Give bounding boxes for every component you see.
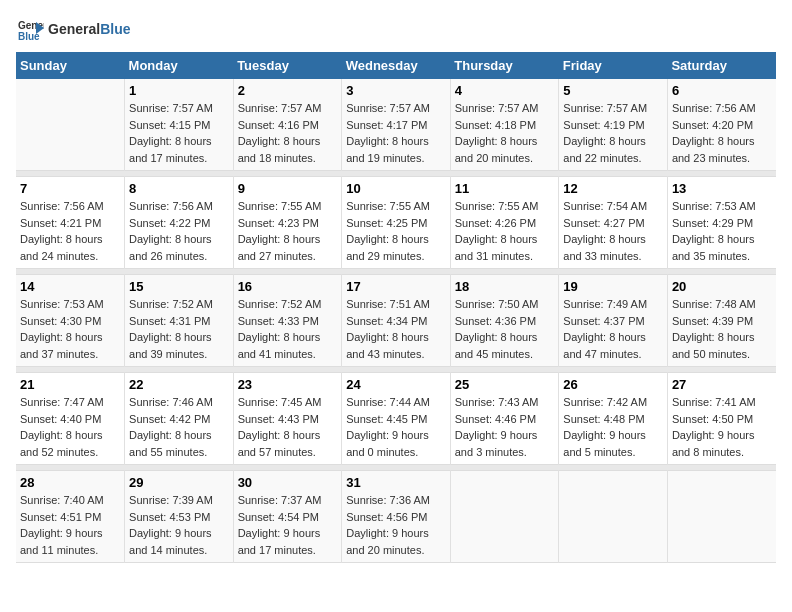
col-header-friday: Friday [559, 52, 668, 79]
day-number: 17 [346, 279, 446, 294]
day-number: 7 [20, 181, 120, 196]
calendar-cell: 19Sunrise: 7:49 AMSunset: 4:37 PMDayligh… [559, 275, 668, 367]
day-info: Sunrise: 7:55 AMSunset: 4:23 PMDaylight:… [238, 198, 338, 264]
week-row-1: 1Sunrise: 7:57 AMSunset: 4:15 PMDaylight… [16, 79, 776, 171]
day-info: Sunrise: 7:39 AMSunset: 4:53 PMDaylight:… [129, 492, 229, 558]
calendar-cell: 30Sunrise: 7:37 AMSunset: 4:54 PMDayligh… [233, 471, 342, 563]
day-info: Sunrise: 7:57 AMSunset: 4:19 PMDaylight:… [563, 100, 663, 166]
day-number: 10 [346, 181, 446, 196]
day-number: 26 [563, 377, 663, 392]
day-info: Sunrise: 7:50 AMSunset: 4:36 PMDaylight:… [455, 296, 555, 362]
calendar-cell: 6Sunrise: 7:56 AMSunset: 4:20 PMDaylight… [667, 79, 776, 171]
logo-general-text: General [48, 21, 100, 37]
day-info: Sunrise: 7:51 AMSunset: 4:34 PMDaylight:… [346, 296, 446, 362]
day-number: 13 [672, 181, 772, 196]
calendar-cell [667, 471, 776, 563]
calendar-cell: 8Sunrise: 7:56 AMSunset: 4:22 PMDaylight… [125, 177, 234, 269]
day-number: 9 [238, 181, 338, 196]
page-header: General Blue GeneralBlue [16, 16, 776, 44]
week-row-5: 28Sunrise: 7:40 AMSunset: 4:51 PMDayligh… [16, 471, 776, 563]
day-number: 12 [563, 181, 663, 196]
day-number: 3 [346, 83, 446, 98]
calendar-cell: 1Sunrise: 7:57 AMSunset: 4:15 PMDaylight… [125, 79, 234, 171]
calendar-cell: 16Sunrise: 7:52 AMSunset: 4:33 PMDayligh… [233, 275, 342, 367]
col-header-tuesday: Tuesday [233, 52, 342, 79]
day-number: 29 [129, 475, 229, 490]
calendar-cell: 17Sunrise: 7:51 AMSunset: 4:34 PMDayligh… [342, 275, 451, 367]
calendar-table: SundayMondayTuesdayWednesdayThursdayFrid… [16, 52, 776, 563]
day-number: 28 [20, 475, 120, 490]
calendar-cell [16, 79, 125, 171]
day-number: 8 [129, 181, 229, 196]
calendar-cell: 21Sunrise: 7:47 AMSunset: 4:40 PMDayligh… [16, 373, 125, 465]
day-number: 6 [672, 83, 772, 98]
logo-blue-text: Blue [100, 21, 130, 37]
day-info: Sunrise: 7:56 AMSunset: 4:21 PMDaylight:… [20, 198, 120, 264]
day-number: 2 [238, 83, 338, 98]
col-header-wednesday: Wednesday [342, 52, 451, 79]
day-info: Sunrise: 7:41 AMSunset: 4:50 PMDaylight:… [672, 394, 772, 460]
day-info: Sunrise: 7:36 AMSunset: 4:56 PMDaylight:… [346, 492, 446, 558]
calendar-cell: 23Sunrise: 7:45 AMSunset: 4:43 PMDayligh… [233, 373, 342, 465]
calendar-cell: 4Sunrise: 7:57 AMSunset: 4:18 PMDaylight… [450, 79, 559, 171]
calendar-cell: 29Sunrise: 7:39 AMSunset: 4:53 PMDayligh… [125, 471, 234, 563]
calendar-cell [450, 471, 559, 563]
calendar-cell: 5Sunrise: 7:57 AMSunset: 4:19 PMDaylight… [559, 79, 668, 171]
day-number: 19 [563, 279, 663, 294]
calendar-cell: 18Sunrise: 7:50 AMSunset: 4:36 PMDayligh… [450, 275, 559, 367]
day-number: 15 [129, 279, 229, 294]
day-number: 31 [346, 475, 446, 490]
day-number: 20 [672, 279, 772, 294]
calendar-cell: 3Sunrise: 7:57 AMSunset: 4:17 PMDaylight… [342, 79, 451, 171]
day-number: 21 [20, 377, 120, 392]
calendar-cell: 22Sunrise: 7:46 AMSunset: 4:42 PMDayligh… [125, 373, 234, 465]
day-info: Sunrise: 7:53 AMSunset: 4:30 PMDaylight:… [20, 296, 120, 362]
calendar-cell: 25Sunrise: 7:43 AMSunset: 4:46 PMDayligh… [450, 373, 559, 465]
day-info: Sunrise: 7:57 AMSunset: 4:17 PMDaylight:… [346, 100, 446, 166]
day-number: 4 [455, 83, 555, 98]
day-number: 23 [238, 377, 338, 392]
week-row-2: 7Sunrise: 7:56 AMSunset: 4:21 PMDaylight… [16, 177, 776, 269]
calendar-header-row: SundayMondayTuesdayWednesdayThursdayFrid… [16, 52, 776, 79]
col-header-thursday: Thursday [450, 52, 559, 79]
day-number: 27 [672, 377, 772, 392]
day-info: Sunrise: 7:54 AMSunset: 4:27 PMDaylight:… [563, 198, 663, 264]
day-info: Sunrise: 7:57 AMSunset: 4:16 PMDaylight:… [238, 100, 338, 166]
day-info: Sunrise: 7:48 AMSunset: 4:39 PMDaylight:… [672, 296, 772, 362]
calendar-cell: 2Sunrise: 7:57 AMSunset: 4:16 PMDaylight… [233, 79, 342, 171]
logo-icon: General Blue [16, 16, 44, 44]
day-info: Sunrise: 7:52 AMSunset: 4:33 PMDaylight:… [238, 296, 338, 362]
day-info: Sunrise: 7:57 AMSunset: 4:18 PMDaylight:… [455, 100, 555, 166]
calendar-cell: 13Sunrise: 7:53 AMSunset: 4:29 PMDayligh… [667, 177, 776, 269]
day-info: Sunrise: 7:45 AMSunset: 4:43 PMDaylight:… [238, 394, 338, 460]
day-info: Sunrise: 7:57 AMSunset: 4:15 PMDaylight:… [129, 100, 229, 166]
day-info: Sunrise: 7:56 AMSunset: 4:22 PMDaylight:… [129, 198, 229, 264]
day-info: Sunrise: 7:44 AMSunset: 4:45 PMDaylight:… [346, 394, 446, 460]
calendar-cell: 15Sunrise: 7:52 AMSunset: 4:31 PMDayligh… [125, 275, 234, 367]
day-info: Sunrise: 7:46 AMSunset: 4:42 PMDaylight:… [129, 394, 229, 460]
day-info: Sunrise: 7:56 AMSunset: 4:20 PMDaylight:… [672, 100, 772, 166]
day-number: 24 [346, 377, 446, 392]
day-info: Sunrise: 7:55 AMSunset: 4:25 PMDaylight:… [346, 198, 446, 264]
calendar-cell: 26Sunrise: 7:42 AMSunset: 4:48 PMDayligh… [559, 373, 668, 465]
day-number: 14 [20, 279, 120, 294]
day-number: 18 [455, 279, 555, 294]
day-info: Sunrise: 7:47 AMSunset: 4:40 PMDaylight:… [20, 394, 120, 460]
calendar-cell: 27Sunrise: 7:41 AMSunset: 4:50 PMDayligh… [667, 373, 776, 465]
calendar-cell: 7Sunrise: 7:56 AMSunset: 4:21 PMDaylight… [16, 177, 125, 269]
day-info: Sunrise: 7:55 AMSunset: 4:26 PMDaylight:… [455, 198, 555, 264]
day-number: 5 [563, 83, 663, 98]
day-number: 22 [129, 377, 229, 392]
day-number: 30 [238, 475, 338, 490]
calendar-cell: 31Sunrise: 7:36 AMSunset: 4:56 PMDayligh… [342, 471, 451, 563]
week-row-4: 21Sunrise: 7:47 AMSunset: 4:40 PMDayligh… [16, 373, 776, 465]
day-info: Sunrise: 7:43 AMSunset: 4:46 PMDaylight:… [455, 394, 555, 460]
day-number: 16 [238, 279, 338, 294]
col-header-sunday: Sunday [16, 52, 125, 79]
calendar-cell: 9Sunrise: 7:55 AMSunset: 4:23 PMDaylight… [233, 177, 342, 269]
week-row-3: 14Sunrise: 7:53 AMSunset: 4:30 PMDayligh… [16, 275, 776, 367]
day-info: Sunrise: 7:53 AMSunset: 4:29 PMDaylight:… [672, 198, 772, 264]
calendar-cell [559, 471, 668, 563]
calendar-cell: 10Sunrise: 7:55 AMSunset: 4:25 PMDayligh… [342, 177, 451, 269]
logo: General Blue GeneralBlue [16, 16, 130, 44]
